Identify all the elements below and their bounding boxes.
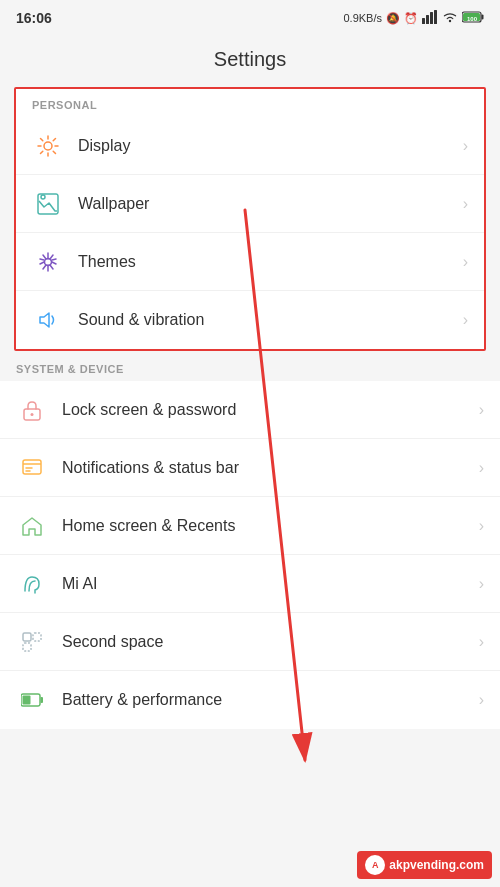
- svg-rect-28: [23, 643, 31, 651]
- wallpaper-icon: [32, 188, 64, 220]
- svg-rect-31: [23, 696, 31, 705]
- miai-chevron: ›: [479, 575, 484, 593]
- secondspace-chevron: ›: [479, 633, 484, 651]
- display-icon: [32, 130, 64, 162]
- section-system: SYSTEM & DEVICE Lock screen & password ›: [0, 351, 500, 729]
- section-personal-header: PERSONAL Display ›: [0, 87, 500, 351]
- settings-item-miai[interactable]: Mi AI ›: [0, 555, 500, 613]
- svg-point-21: [31, 413, 34, 416]
- svg-line-16: [53, 138, 55, 140]
- svg-rect-22: [23, 460, 41, 474]
- lockscreen-chevron: ›: [479, 401, 484, 419]
- battery-icon: 100: [462, 11, 484, 25]
- sound-chevron: ›: [463, 311, 468, 329]
- wallpaper-label: Wallpaper: [78, 195, 455, 213]
- notifications-chevron: ›: [479, 459, 484, 477]
- settings-item-sound[interactable]: Sound & vibration ›: [16, 291, 484, 349]
- network-speed: 0.9KB/s: [343, 12, 382, 24]
- sound-label: Sound & vibration: [78, 311, 455, 329]
- notifications-label: Notifications & status bar: [62, 459, 471, 477]
- settings-item-secondspace[interactable]: Second space ›: [0, 613, 500, 671]
- watermark-logo: A: [365, 855, 385, 875]
- signal-icon: [422, 10, 438, 26]
- watermark-text: akpvending.com: [389, 858, 484, 872]
- notif-icon: [16, 452, 48, 484]
- sound-icon: [32, 304, 64, 336]
- battery-chevron: ›: [479, 691, 484, 709]
- svg-text:100: 100: [467, 16, 478, 22]
- svg-rect-27: [33, 633, 41, 641]
- settings-item-lockscreen[interactable]: Lock screen & password ›: [0, 381, 500, 439]
- ai-icon: [16, 568, 48, 600]
- space-icon: [16, 626, 48, 658]
- svg-rect-6: [482, 15, 484, 20]
- settings-item-notifications[interactable]: Notifications & status bar ›: [0, 439, 500, 497]
- wallpaper-chevron: ›: [463, 195, 468, 213]
- themes-label: Themes: [78, 253, 455, 271]
- status-bar: 16:06 0.9KB/s 🔕 ⏰: [0, 0, 500, 36]
- homescreen-chevron: ›: [479, 517, 484, 535]
- svg-point-9: [44, 142, 52, 150]
- alarm-icon: ⏰: [404, 12, 418, 25]
- svg-rect-30: [41, 697, 44, 703]
- settings-item-wallpaper[interactable]: Wallpaper ›: [16, 175, 484, 233]
- settings-item-themes[interactable]: Themes ›: [16, 233, 484, 291]
- svg-line-14: [41, 138, 43, 140]
- page-title: Settings: [0, 36, 500, 87]
- battery-label: Battery & performance: [62, 691, 471, 709]
- svg-rect-2: [430, 12, 433, 24]
- section-label-personal: PERSONAL: [16, 89, 484, 117]
- wifi-icon: [442, 10, 458, 26]
- secondspace-label: Second space: [62, 633, 471, 651]
- homescreen-label: Home screen & Recents: [62, 517, 471, 535]
- status-icons: 0.9KB/s 🔕 ⏰ 100: [343, 10, 484, 26]
- svg-rect-1: [426, 15, 429, 24]
- themes-icon: [32, 246, 64, 278]
- settings-item-battery[interactable]: Battery & performance ›: [0, 671, 500, 729]
- miai-label: Mi AI: [62, 575, 471, 593]
- display-chevron: ›: [463, 137, 468, 155]
- svg-line-17: [41, 151, 43, 153]
- settings-item-display[interactable]: Display ›: [16, 117, 484, 175]
- svg-rect-26: [23, 633, 31, 641]
- mute-icon: 🔕: [386, 12, 400, 25]
- display-label: Display: [78, 137, 455, 155]
- svg-rect-3: [434, 10, 437, 24]
- lock-icon: [16, 394, 48, 426]
- themes-chevron: ›: [463, 253, 468, 271]
- battery-perf-icon: [16, 684, 48, 716]
- svg-point-4: [449, 20, 451, 22]
- section-label-system: SYSTEM & DEVICE: [0, 351, 500, 381]
- lockscreen-label: Lock screen & password: [62, 401, 471, 419]
- status-time: 16:06: [16, 10, 52, 26]
- watermark: A akpvending.com: [357, 851, 492, 879]
- svg-rect-0: [422, 18, 425, 24]
- settings-item-homescreen[interactable]: Home screen & Recents ›: [0, 497, 500, 555]
- home-icon: [16, 510, 48, 542]
- svg-line-15: [53, 151, 55, 153]
